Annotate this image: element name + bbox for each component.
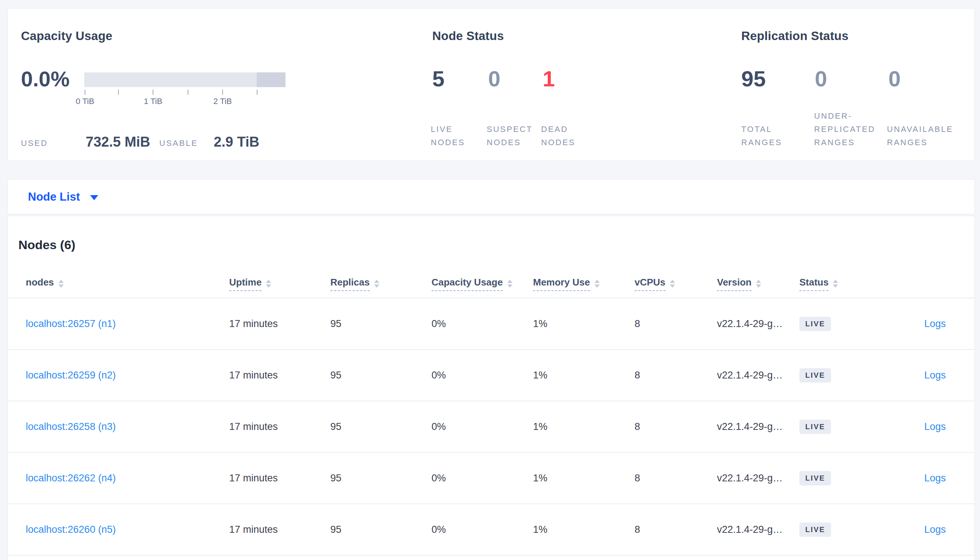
sort-asc-icon [833,280,838,283]
status-badge: LIVE [799,471,831,485]
logs-link[interactable]: Logs [924,473,946,484]
replicas-cell: 95 [330,298,431,349]
node-link[interactable]: localhost:26260 (n5) [26,524,116,535]
status-badge: LIVE [799,317,831,331]
usable-label: USABLE [159,138,198,148]
column-header[interactable]: Version [717,270,799,298]
node-link[interactable]: localhost:26259 (n2) [26,370,116,381]
capacity-usage-cell: 0% [431,350,533,400]
vcpus-cell: 8 [635,401,717,452]
column-header-label: Uptime [229,277,262,291]
sort-icon [833,280,838,288]
sort-desc-icon [507,284,512,288]
sort-desc-icon [594,284,600,288]
column-header[interactable]: nodes [26,270,229,298]
sort-desc-icon [670,284,675,288]
replication-status-title: Replication Status [741,29,848,43]
unavailable-ranges-count: 0 [888,67,901,92]
sort-asc-icon [507,280,512,283]
logs-link[interactable]: Logs [924,318,946,330]
logs-link[interactable]: Logs [924,524,946,535]
column-header-label: Replicas [330,277,370,291]
sort-desc-icon [756,284,761,288]
cluster-summary-card: Capacity Usage 0.0% 0 TiB 1 TiB 2 TiB US… [7,8,975,161]
nodes-table-card: Nodes (6) nodes Uptime Replicas Capacity… [7,216,975,560]
sort-asc-icon [374,280,379,283]
capacity-usage-cell: 0% [431,401,533,452]
node-link[interactable]: localhost:26257 (n1) [26,318,116,330]
column-header[interactable]: Memory Use [533,270,635,298]
column-header-label: Memory Use [533,277,590,291]
column-header[interactable]: vCPUs [635,270,717,298]
logs-link[interactable]: Logs [924,421,946,432]
uptime-cell: 17 minutes [229,401,330,452]
axis-tick [257,90,258,95]
version-cell: v22.1.4-29-g… [717,350,799,400]
column-header[interactable]: Replicas [330,270,431,298]
sort-desc-icon [833,284,838,288]
sort-icon [670,280,675,288]
table-header-row: nodes Uptime Replicas Capacity Usage Mem… [8,270,975,298]
axis-tick [187,90,188,95]
total-ranges-label: TOTAL RANGES [741,123,782,149]
sort-asc-icon [594,280,600,283]
axis-tick-label: 2 TiB [213,97,232,106]
suspect-nodes-label: SUSPECT NODES [487,123,533,149]
view-dropdown-label: Node List [28,190,80,203]
view-dropdown[interactable]: Node List [28,190,98,203]
version-cell: v22.1.4-29-g… [717,453,799,503]
node-status-title: Node Status [432,29,504,43]
sort-icon [594,280,600,288]
capacity-percent-value: 0.0% [21,67,70,91]
total-ranges-count: 95 [741,67,766,92]
vcpus-cell: 8 [635,350,717,400]
vcpus-cell: 8 [635,298,717,349]
sort-icon [507,280,512,288]
logs-link[interactable]: Logs [924,370,946,381]
column-header-label: Status [799,277,828,291]
status-badge: LIVE [799,420,831,434]
capacity-bar-reserved-segment [257,72,286,87]
capacity-usage-cell: 0% [431,298,533,349]
table-row: localhost:26262 (n4) 17 minutes 95 0% 1%… [8,453,975,504]
sort-desc-icon [266,284,271,288]
column-header[interactable]: Status [799,270,891,298]
vcpus-cell: 8 [635,453,717,503]
axis-tick [85,90,85,95]
under-replicated-ranges-label: UNDER-REPLICATED RANGES [814,110,876,149]
sort-asc-icon [59,280,64,283]
table-body: localhost:26257 (n1) 17 minutes 95 0% 1%… [8,298,975,556]
used-value: 732.5 MiB [86,134,150,150]
view-selector-bar: Node List [7,179,975,214]
capacity-usage-title: Capacity Usage [21,29,112,43]
node-link[interactable]: localhost:26258 (n3) [26,421,116,432]
axis-tick-label: 0 TiB [76,97,94,106]
uptime-cell: 17 minutes [229,453,330,503]
column-header-label: Version [717,277,752,291]
column-header[interactable]: Capacity Usage [431,270,533,298]
memory-use-cell: 1% [533,453,635,503]
under-replicated-ranges-count: 0 [815,67,827,92]
axis-tick [153,90,154,95]
sort-desc-icon [59,284,64,288]
status-badge: LIVE [799,523,831,537]
node-link[interactable]: localhost:26262 (n4) [26,473,116,484]
table-row: localhost:26260 (n5) 17 minutes 95 0% 1%… [8,504,975,556]
column-header-label: nodes [26,277,54,291]
version-cell: v22.1.4-29-g… [717,504,799,555]
nodes-table-title: Nodes (6) [8,238,975,251]
column-header[interactable]: Uptime [229,270,330,298]
replicas-cell: 95 [330,504,431,555]
live-nodes-label: LIVE NODES [431,123,465,149]
table-row: localhost:26258 (n3) 17 minutes 95 0% 1%… [8,401,975,453]
column-header-label: vCPUs [635,277,666,291]
table-row: localhost:26257 (n1) 17 minutes 95 0% 1%… [8,298,975,350]
table-row: localhost:26259 (n2) 17 minutes 95 0% 1%… [8,350,975,401]
column-header-label: Capacity Usage [431,277,503,291]
uptime-cell: 17 minutes [229,350,330,400]
sort-asc-icon [266,280,271,283]
memory-use-cell: 1% [533,504,635,555]
capacity-bar [84,72,286,87]
unavailable-ranges-label: UNAVAILABLE RANGES [887,123,953,149]
live-nodes-count: 5 [432,67,444,92]
